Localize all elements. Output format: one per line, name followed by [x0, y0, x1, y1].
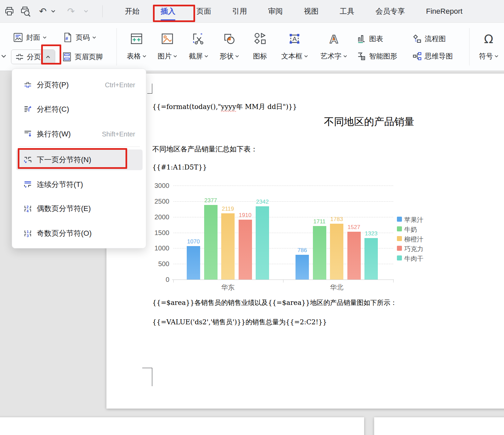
legend-label: 柳橙汁 — [404, 235, 423, 244]
menu-item-line-break[interactable]: 换行符(W) Shift+Enter — [16, 125, 143, 143]
sales-chart[interactable]: 0500100015002000250030001070786苹果汁237717… — [106, 74, 475, 308]
svg-text:#: # — [65, 36, 68, 41]
odd-page-section-break-icon: 1 3 — [23, 229, 32, 238]
print-preview-button[interactable] — [19, 5, 31, 17]
mindmap-button[interactable]: 思维导图 — [412, 49, 453, 63]
svg-text:1: 1 — [27, 230, 29, 234]
chevron-down-icon — [495, 55, 498, 58]
page-break-button[interactable]: 分页 — [11, 52, 41, 62]
chart-bar[interactable] — [330, 224, 343, 280]
chart-bar[interactable] — [364, 238, 378, 280]
chevron-down-icon — [204, 55, 208, 58]
tab-review[interactable]: 审阅 — [268, 6, 283, 16]
chart-bar[interactable] — [221, 213, 235, 280]
column-break-icon — [23, 105, 32, 114]
tab-membership[interactable]: 会员专享 — [375, 6, 405, 16]
smartart-icon — [357, 51, 366, 61]
y-axis-tick-label: 2500 — [146, 198, 169, 205]
page-number-button[interactable]: # 页码 — [62, 30, 96, 45]
chevron-down-icon — [51, 10, 55, 13]
insert-chart-button[interactable]: 图表 — [357, 32, 397, 45]
tab-finereport[interactable]: FineReport — [426, 7, 463, 16]
chart-bar[interactable] — [239, 220, 252, 280]
shortcut-label: Ctrl+Enter — [105, 81, 135, 89]
chart-bar[interactable] — [204, 205, 218, 280]
page-break-icon — [15, 52, 24, 62]
legend-label: 苹果汁 — [404, 216, 423, 224]
chart-bar[interactable] — [347, 232, 361, 280]
y-axis-tick-label: 2000 — [146, 213, 169, 221]
document-page-3[interactable] — [374, 417, 504, 435]
x-axis-tick — [283, 280, 283, 283]
annotation-box-next-page-section — [18, 148, 127, 169]
annotation-box-page-break-dropdown — [41, 44, 61, 65]
y-axis-tick-label: 1500 — [146, 229, 169, 237]
chevron-down-icon — [304, 55, 308, 58]
legend-swatch — [397, 246, 402, 251]
smartart-button[interactable]: 智能图形 — [357, 49, 397, 63]
menu-item-page-break[interactable]: 分页符(P) Ctrl+Enter — [16, 76, 143, 94]
menu-item-continuous-section-break[interactable]: 连续分节符(T) — [16, 175, 143, 194]
picture-button[interactable]: 图片 — [151, 31, 183, 64]
chart-value-label: 2119 — [217, 206, 239, 212]
chart-bar[interactable] — [256, 206, 269, 280]
document-page-2[interactable] — [0, 417, 364, 435]
print-icon — [4, 6, 15, 17]
y-axis-tick-label: 0 — [146, 276, 169, 284]
wps-writer-window: { "icons": { "undo_glyph": "↶", "redo_gl… — [0, 0, 504, 435]
cover-icon — [13, 32, 23, 43]
tab-tools[interactable]: 工具 — [340, 6, 354, 16]
chart-value-label: 2377 — [200, 197, 222, 204]
chevron-down-icon — [235, 55, 239, 58]
table-button[interactable]: 表格 — [120, 31, 153, 64]
document-page-1[interactable]: {{=format(today(),"yyyy年 MM月 dd日")}} 不同地… — [106, 74, 504, 409]
flowchart-button[interactable]: 流程图 — [412, 32, 453, 45]
tab-home[interactable]: 开始 — [125, 6, 140, 16]
redo-button[interactable]: ↷ — [65, 5, 77, 17]
print-button[interactable] — [3, 5, 15, 17]
chevron-down-icon — [143, 55, 146, 58]
chart-value-label: 1783 — [326, 216, 347, 223]
y-axis-tick-label: 3000 — [146, 182, 169, 190]
symbol-button[interactable]: Ω 符号 — [473, 31, 504, 64]
menu-item-column-break[interactable]: 分栏符(C) — [16, 100, 143, 119]
y-axis-tick-label: 500 — [146, 260, 169, 268]
undo-dropdown-button[interactable] — [50, 5, 57, 17]
chart-value-label: 1070 — [183, 238, 204, 245]
chevron-down-icon — [92, 36, 96, 39]
cover-button[interactable]: 封面 — [13, 30, 47, 45]
tab-page[interactable]: 页面 — [196, 6, 211, 16]
margin-mark-bottom-left — [142, 368, 152, 386]
legend-swatch — [397, 236, 402, 241]
menu-item-odd-page-section-break[interactable]: 1 3 奇数页分节符(O) — [16, 224, 143, 243]
x-axis-category-label: 华北 — [320, 283, 353, 292]
continuous-section-break-icon — [23, 180, 32, 189]
shortcut-label: Shift+Enter — [102, 130, 135, 138]
chart-value-label: 1323 — [360, 230, 382, 237]
x-axis-tick — [393, 280, 394, 283]
wordart-button[interactable]: A 艺术字 — [318, 31, 350, 64]
tab-view[interactable]: 视图 — [304, 6, 319, 16]
chart-bar[interactable] — [296, 255, 309, 280]
chevron-down-icon[interactable] — [1, 55, 6, 58]
shapes-icon — [223, 32, 236, 45]
chart-bar[interactable] — [187, 246, 200, 280]
legend-label: 牛奶 — [404, 225, 417, 234]
chart-value-label: 2342 — [252, 199, 273, 205]
chart-bar[interactable] — [313, 226, 326, 280]
menu-item-even-page-section-break[interactable]: 2 4 偶数页分节符(E) — [16, 199, 143, 218]
chevron-down-icon — [343, 55, 347, 58]
undo-button[interactable]: ↶ — [37, 5, 49, 17]
x-axis-category-label: 华东 — [211, 283, 245, 292]
shapes-button[interactable]: 形状 — [213, 31, 245, 64]
header-footer-button[interactable]: 页眉页脚 — [62, 49, 103, 64]
redo-icon: ↷ — [67, 6, 75, 17]
icon-library-icon — [253, 32, 267, 45]
textbox-button[interactable]: A 文本框 — [278, 31, 311, 64]
redo-dropdown-button[interactable] — [82, 5, 90, 17]
print-preview-icon — [20, 6, 31, 17]
icon-library-button[interactable]: 图标 — [244, 31, 276, 64]
tab-reference[interactable]: 引用 — [232, 6, 247, 16]
screenshot-button[interactable]: 截屏 — [182, 31, 215, 64]
svg-text:2: 2 — [26, 205, 28, 209]
